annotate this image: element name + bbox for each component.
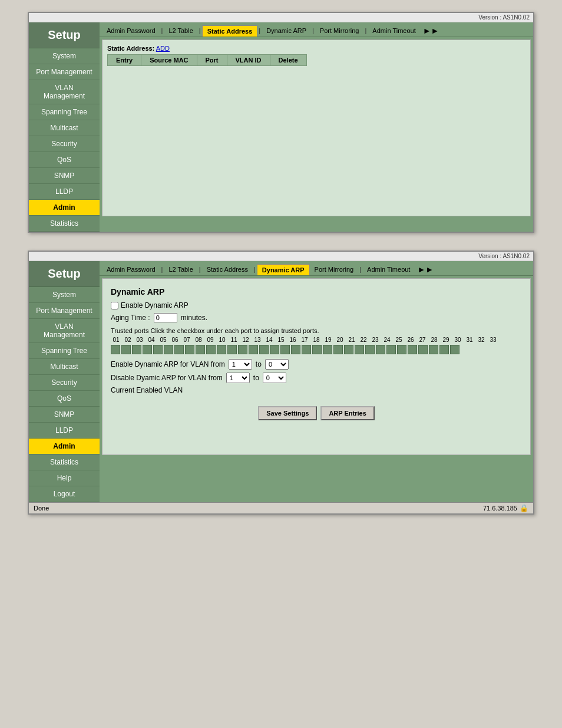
port-cb-08[interactable] [185,345,194,354]
add-link[interactable]: ADD [156,45,170,52]
sidebar-item-system-2[interactable]: System [29,287,100,303]
sidebar-item-multicast-2[interactable]: Multicast [29,359,100,375]
port-cb-14[interactable] [249,345,258,354]
arp-entries-button[interactable]: ARP Entries [320,406,374,420]
status-ip: 71.6.38.185 🔒 [483,504,528,512]
port-checkboxes-row[interactable] [111,345,522,354]
port-cb-02[interactable] [121,345,131,354]
enable-vlan-end[interactable]: 0 [265,359,289,370]
aging-input[interactable] [154,313,177,322]
button-row: Save Settings ARP Entries [111,406,522,420]
port-cb-09[interactable] [196,345,205,354]
tab-l2table-2[interactable]: L2 Table [164,264,197,275]
port-cb-18[interactable] [291,345,300,354]
port-cb-12[interactable] [227,345,237,354]
sidebar-item-statistics-2[interactable]: Statistics [29,454,100,470]
tab-dynamic-arp-1[interactable]: Dynamic ARP [262,25,311,36]
sidebar-item-multicast-1[interactable]: Multicast [29,120,100,136]
status-bar: Done 71.6.38.185 🔒 [29,502,533,513]
enable-arp-label: Enable Dynamic ARP [121,301,189,309]
port-cb-26[interactable] [376,345,385,354]
sidebar-item-snmp-1[interactable]: SNMP [29,168,100,184]
port-cb-25[interactable] [365,345,375,354]
port-cb-03[interactable] [132,345,141,354]
port-cb-23[interactable] [344,345,353,354]
tab-port-mirroring-1[interactable]: Port Mirroring [315,25,364,36]
port-cb-19[interactable] [302,345,311,354]
port-num-01: 01 [111,337,121,343]
port-cb-01[interactable] [111,345,120,354]
sidebar-item-lldp-1[interactable]: LLDP [29,184,100,200]
port-cb-28[interactable] [397,345,406,354]
enable-vlan-from[interactable]: 1 [229,359,252,370]
sidebar-item-logout-2[interactable]: Logout [29,486,100,502]
disable-vlan-from[interactable]: 1 [226,373,250,383]
sep1: | [160,27,164,34]
port-cb-04[interactable] [143,345,152,354]
save-settings-button[interactable]: Save Settings [258,406,317,420]
port-num-14: 14 [264,337,275,343]
sidebar-item-security-2[interactable]: Security [29,375,100,391]
port-num-30: 30 [452,337,463,343]
port-cb-15[interactable] [259,345,269,354]
sidebar-item-qos-2[interactable]: QoS [29,391,100,407]
tab-nav-btn-1[interactable]: ►► [421,25,442,37]
sidebar-item-lldp-2[interactable]: LLDP [29,423,100,439]
port-cb-17[interactable] [280,345,290,354]
port-cb-06[interactable] [164,345,173,354]
port-cb-33[interactable] [450,345,459,354]
port-cb-32[interactable] [439,345,449,354]
port-cb-10[interactable] [206,345,216,354]
port-cb-31[interactable] [429,345,438,354]
sidebar-item-spanning-1[interactable]: Spanning Tree [29,104,100,120]
port-cb-24[interactable] [355,345,364,354]
sidebar-item-help-2[interactable]: Help [29,470,100,486]
port-num-04: 04 [146,337,157,343]
port-cb-13[interactable] [238,345,247,354]
tab-nav-btn-2[interactable]: ►► [415,263,436,275]
sidebar-item-snmp-2[interactable]: SNMP [29,407,100,423]
port-cb-11[interactable] [217,345,226,354]
lock-icon: 🔒 [520,504,528,512]
tab-l2table-1[interactable]: L2 Table [164,25,197,36]
port-cb-29[interactable] [408,345,417,354]
col-source-mac: Source MAC [141,55,197,66]
sidebar-item-security-1[interactable]: Security [29,136,100,152]
sidebar-item-admin-2[interactable]: Admin [29,439,100,454]
version-bar-2: Version : AS1N0.02 [29,252,533,261]
sidebar-item-statistics-1[interactable]: Statistics [29,216,100,232]
sidebar-item-admin-1[interactable]: Admin [29,200,100,216]
sidebar-item-qos-1[interactable]: QoS [29,152,100,168]
sidebar-item-vlanmgmt-1[interactable]: VLAN Management [29,80,100,104]
sidebar-item-spanning-2[interactable]: Spanning Tree [29,343,100,359]
enable-arp-row: Enable Dynamic ARP [111,301,522,309]
enable-arp-checkbox[interactable] [111,302,118,309]
col-delete: Delete [270,55,306,66]
port-num-09: 09 [205,337,216,343]
port-cb-30[interactable] [418,345,428,354]
port-cb-16[interactable] [270,345,279,354]
tab-dynamic-arp-2[interactable]: Dynamic ARP [257,264,310,275]
tab-admin-password-2[interactable]: Admin Password [102,264,160,275]
disable-vlan-end[interactable]: 0 [263,373,286,383]
sidebar-item-portmgmt-1[interactable]: Port Management [29,64,100,80]
tab-static-address-1[interactable]: Static Address [202,25,258,37]
port-cb-05[interactable] [153,345,163,354]
tab-static-address-2[interactable]: Static Address [202,264,253,275]
sidebar-item-portmgmt-2[interactable]: Port Management [29,303,100,319]
tab-admin-timeout-2[interactable]: Admin Timeout [362,264,415,275]
port-num-15: 15 [276,337,286,343]
port-num-32: 32 [476,337,487,343]
tab-admin-password-1[interactable]: Admin Password [102,25,160,36]
port-cb-20[interactable] [312,345,322,354]
tab-admin-timeout-1[interactable]: Admin Timeout [368,25,420,36]
port-cb-21[interactable] [323,345,332,354]
sidebar-item-vlanmgmt-2[interactable]: VLAN Management [29,319,100,343]
port-cb-27[interactable] [386,345,396,354]
sep8: | [253,266,257,273]
sidebar-item-system-1[interactable]: System [29,48,100,64]
port-num-17: 17 [299,337,310,343]
port-cb-07[interactable] [174,345,184,354]
tab-port-mirroring-2[interactable]: Port Mirroring [310,264,359,275]
port-cb-22[interactable] [333,345,343,354]
